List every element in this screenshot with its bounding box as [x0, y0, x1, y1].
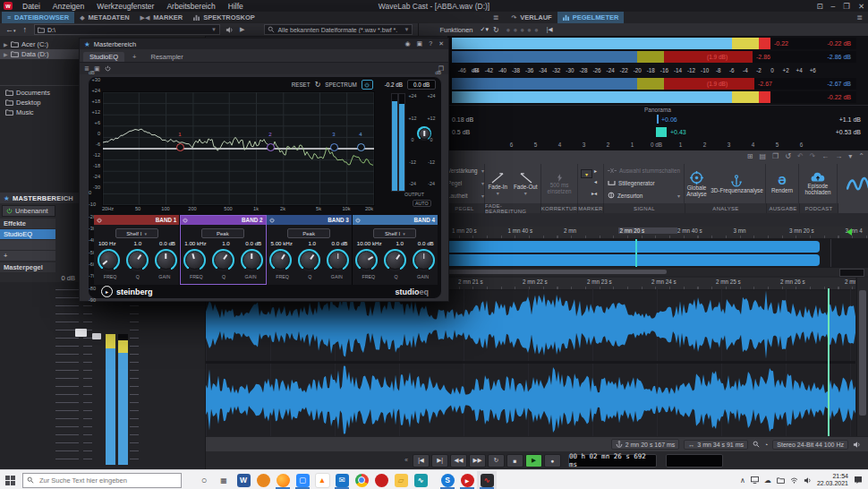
transport-button[interactable]: ◀◀ [450, 454, 467, 468]
menu-anzeigen[interactable]: Anzeigen [47, 2, 90, 11]
audition-speaker-icon[interactable] [226, 26, 234, 34]
monitor-speaker-icon[interactable] [853, 441, 861, 449]
taskbar-search[interactable] [22, 473, 182, 488]
output-gain-value[interactable]: 0.0 dB [407, 80, 436, 90]
plugin-titlebar[interactable]: ★ Masterbereich ◉ ▣ ? ✕ [80, 39, 448, 49]
tab-resampler[interactable]: Resampler [145, 52, 190, 62]
transport-button[interactable]: ■ [506, 454, 523, 468]
band-gain-value[interactable]: 0.0 dB [332, 240, 348, 246]
taskbar-app-orange[interactable] [253, 471, 273, 489]
lautheit-menu[interactable]: Lautheit▾ [445, 189, 484, 202]
notification-icon[interactable] [854, 476, 863, 485]
menu-hilfe[interactable]: Hilfe [222, 2, 250, 11]
band-gain-value[interactable]: 0.0 dB [245, 240, 261, 246]
effect-slot-studioeq[interactable]: StudioEQ [0, 229, 55, 239]
expand-arrow-icon[interactable]: ▶ [4, 41, 8, 47]
taskbar-app-steinberg[interactable]: S [438, 471, 457, 489]
master-preset-row[interactable]: Unbenannt [2, 205, 55, 217]
add-plugin-tab[interactable]: + [126, 52, 142, 62]
window-icon[interactable]: ▣ [417, 40, 423, 47]
nav-forward-icon[interactable]: → [835, 152, 842, 160]
freq-analysis-button[interactable]: 3D-Frequenzanalyse [711, 175, 762, 193]
transport-button[interactable]: « [402, 454, 411, 466]
taskbar-clock[interactable]: 21:5422.03.2021 [817, 473, 848, 487]
panel-menu-icon[interactable]: ≣ [856, 13, 863, 21]
dropdown-icon[interactable]: ▾ [848, 152, 852, 160]
freq-knob[interactable] [269, 249, 292, 271]
minimize-icon[interactable]: – [831, 2, 836, 11]
bypass-icon[interactable] [105, 65, 111, 72]
zoom-status-icon[interactable] [753, 441, 760, 448]
fade-out-button[interactable]: Fade-Out▾ [514, 172, 538, 196]
transport-button[interactable]: ▶ [525, 454, 542, 468]
restore-down-icon[interactable]: ⊡ [816, 2, 822, 11]
band-type-select[interactable]: Shelf I▾ [115, 228, 158, 238]
eq-point-band2[interactable] [267, 143, 275, 151]
menu-datei[interactable]: Datei [16, 2, 47, 11]
band-freq-value[interactable]: 100 Hz [98, 240, 116, 246]
tray-wifi-icon[interactable] [790, 477, 798, 484]
upload-episode-button[interactable]: Episodehochladen [804, 172, 830, 195]
master-fader-handle-left[interactable] [75, 329, 87, 337]
tray-volume-icon[interactable] [804, 476, 812, 485]
tab-metadaten[interactable]: ◆ METADATEN [74, 12, 134, 23]
q-knob[interactable] [126, 249, 149, 271]
vscroll-thumb[interactable] [859, 290, 866, 416]
verstaerkung-menu[interactable]: Verstärkung▾ [445, 164, 484, 176]
vertical-scrollbar[interactable] [856, 278, 868, 436]
monitor-task-icon[interactable]: ◉ [404, 40, 410, 47]
reset-icon[interactable]: ↻ [315, 81, 321, 89]
auto-button[interactable]: AUTO [413, 200, 431, 207]
transport-button[interactable]: ▶▶ [469, 454, 486, 468]
reset-button[interactable]: RESET [292, 82, 311, 88]
taskbar-app-folder[interactable]: ▱ [391, 471, 411, 489]
undo-icon[interactable]: ↶ [797, 152, 804, 160]
help-icon[interactable]: ? [429, 40, 432, 47]
freq-knob[interactable] [355, 249, 378, 271]
new-window-icon[interactable]: ⊞ [747, 152, 753, 160]
close-icon[interactable]: ✕ [858, 2, 864, 11]
transport-button[interactable]: |◀ [413, 454, 430, 468]
menu-werkzeugfenster[interactable]: Werkzeugfenster [90, 2, 160, 11]
power-icon[interactable] [6, 208, 13, 214]
taskbar-app-red[interactable] [371, 471, 391, 489]
clock-icon[interactable]: ◔ [764, 442, 768, 448]
tab-dateibrowser[interactable]: ≡ DATEIBROWSER [2, 12, 74, 23]
tray-cloud-icon[interactable]: ☁ [764, 476, 771, 485]
transport-button[interactable]: ▶| [431, 454, 448, 468]
band-q-value[interactable]: 1.0 [134, 240, 142, 246]
render-button-ribbon[interactable]: Ə Rendern [771, 175, 793, 193]
selection-length-chip[interactable]: ↔ 3 mn 34 s 91 ms [684, 440, 748, 450]
eq-point-band3[interactable] [330, 143, 338, 151]
effect-slot-empty[interactable] [0, 240, 55, 250]
taskbar-app-wavelab[interactable]: ∿ [477, 471, 497, 489]
band-freq-value[interactable]: 5.00 kHz [271, 240, 293, 246]
band-type-select[interactable]: Peak [287, 228, 330, 238]
taskbar-app-cubase[interactable]: ▶ [457, 471, 477, 489]
master-fader-handle-right[interactable] [92, 333, 101, 339]
taskbar-app-vlc[interactable]: ▲ [312, 471, 332, 489]
effect-slot-add[interactable]: + [0, 251, 55, 261]
save-icon[interactable]: ❐ [772, 152, 779, 160]
global-analysis-button[interactable]: GlobaleAnalyse [686, 171, 706, 197]
tab-spektroskop[interactable]: SPEKTROSKOP [188, 12, 260, 23]
transport-button[interactable]: ● [544, 454, 561, 468]
freq-knob[interactable] [183, 249, 206, 271]
tab-verlauf[interactable]: ↷ VERLAUF [506, 12, 557, 23]
transport-button[interactable]: ↻ [488, 454, 505, 468]
band-freq-value[interactable]: 10.00 kHz [357, 240, 382, 246]
q-knob[interactable] [298, 249, 320, 271]
funktionen-menu[interactable]: Funktionen [439, 26, 472, 34]
band-type-select[interactable]: Peak [201, 228, 244, 238]
path-field[interactable]: D:\▼ [34, 24, 220, 35]
taskbar-app-zoom[interactable]: ▢ [293, 471, 312, 489]
band-q-value[interactable]: 1.0 [308, 240, 316, 246]
select-check-icon[interactable]: ✓▾ [481, 26, 489, 33]
task-view-icon[interactable]: ▦ [214, 471, 234, 489]
censor-button[interactable]: Zensurton▾ [608, 189, 684, 202]
band-power-icon[interactable] [269, 218, 275, 223]
band-q-value[interactable]: 1.0 [222, 240, 230, 246]
band-power-icon[interactable] [355, 218, 361, 223]
marker-play-icon[interactable]: ▸ [594, 167, 597, 174]
taskbar-app-word[interactable]: W [234, 471, 253, 489]
